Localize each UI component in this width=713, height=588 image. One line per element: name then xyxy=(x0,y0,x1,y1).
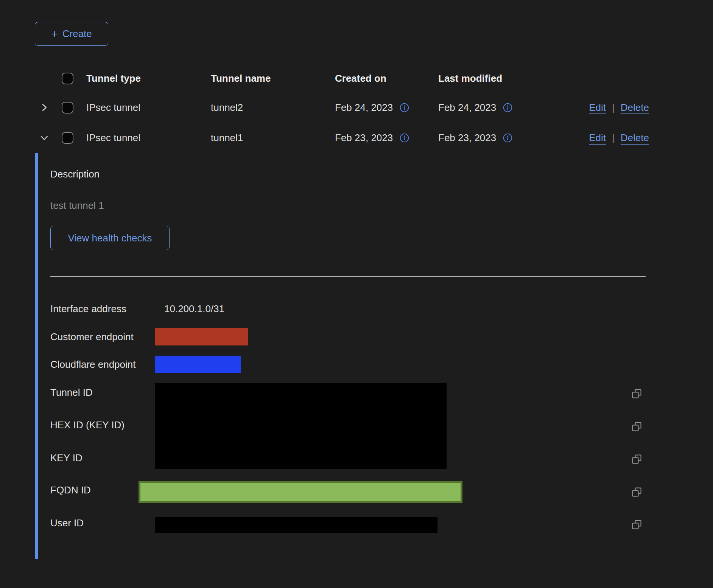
row1-expander-cell xyxy=(35,103,62,112)
row1-checkbox-cell xyxy=(62,102,86,114)
row1-modified-cell: Feb 24, 2023 xyxy=(438,102,557,114)
row1-actions-cell: Edit | Delete xyxy=(557,102,660,114)
row2-actions-cell: Edit | Delete xyxy=(557,132,660,144)
panel-divider xyxy=(50,276,646,277)
field-label-key-id: KEY ID xyxy=(50,452,83,464)
info-icon[interactable] xyxy=(503,103,512,112)
action-separator: | xyxy=(612,102,615,114)
row2-expander-cell xyxy=(35,133,62,143)
row2-checkbox[interactable] xyxy=(62,132,73,144)
row2-tunnel-name: tunnel1 xyxy=(211,132,335,144)
row2-created-cell: Feb 23, 2023 xyxy=(335,132,438,144)
view-health-checks-label: View health checks xyxy=(68,232,152,244)
panel-bottom-divider xyxy=(35,559,660,559)
cloudflare-endpoint-redaction xyxy=(155,356,241,373)
header-tunnel-name: Tunnel name xyxy=(211,73,335,84)
row2-tunnel-type: IPsec tunnel xyxy=(86,132,211,144)
description-value: test tunnel 1 xyxy=(50,199,104,212)
field-label-user-id: User ID xyxy=(50,517,84,529)
view-health-checks-button[interactable]: View health checks xyxy=(50,226,170,250)
copy-icon[interactable] xyxy=(632,454,642,464)
info-icon[interactable] xyxy=(400,133,409,143)
row2-created-date: Feb 23, 2023 xyxy=(335,132,393,144)
plus-icon: + xyxy=(51,28,58,40)
copy-icon[interactable] xyxy=(632,520,642,530)
field-label-cloudflare-endpoint: Cloudflare endpoint xyxy=(50,358,136,370)
create-button-label: Create xyxy=(62,28,92,40)
field-label-hex-id: HEX ID (KEY ID) xyxy=(50,419,125,431)
row1-checkbox[interactable] xyxy=(62,102,73,114)
row1-tunnel-type: IPsec tunnel xyxy=(86,102,211,114)
ids-redaction-block xyxy=(155,383,447,469)
user-id-redaction xyxy=(155,517,437,533)
fqdn-id-redaction xyxy=(139,481,462,503)
copy-icon[interactable] xyxy=(632,487,642,497)
customer-endpoint-redaction xyxy=(155,328,248,345)
edit-link[interactable]: Edit xyxy=(589,132,606,144)
header-last-modified: Last modified xyxy=(438,73,557,84)
table-header-row: Tunnel type Tunnel name Created on Last … xyxy=(35,64,660,93)
field-label-tunnel-id: Tunnel ID xyxy=(50,386,93,398)
create-button[interactable]: + Create xyxy=(35,22,108,46)
field-label-customer-endpoint: Customer endpoint xyxy=(50,331,134,343)
action-separator: | xyxy=(612,132,615,144)
expanded-panel-accent-bar xyxy=(35,153,38,559)
delete-link[interactable]: Delete xyxy=(621,102,649,114)
table-row: IPsec tunnel tunnel2 Feb 24, 2023 Feb 24… xyxy=(35,93,660,122)
field-value-interface-address: 10.200.1.0/31 xyxy=(164,303,224,315)
tunnels-page: { "colors": { "background": "#1d1d1d", "… xyxy=(0,0,713,588)
copy-icon[interactable] xyxy=(632,389,642,399)
row2-modified-date: Feb 23, 2023 xyxy=(438,132,496,144)
header-checkbox-cell xyxy=(62,73,86,84)
info-icon[interactable] xyxy=(400,103,409,112)
row1-created-date: Feb 24, 2023 xyxy=(335,102,393,114)
row1-tunnel-name: tunnel2 xyxy=(211,102,335,114)
chevron-right-icon[interactable] xyxy=(39,103,49,112)
select-all-checkbox[interactable] xyxy=(62,73,73,84)
chevron-down-icon[interactable] xyxy=(39,133,49,143)
field-label-interface-address: Interface address xyxy=(50,303,126,315)
field-label-fqdn-id: FQDN ID xyxy=(50,484,91,496)
row1-modified-date: Feb 24, 2023 xyxy=(438,102,496,114)
delete-link[interactable]: Delete xyxy=(621,132,649,144)
copy-icon[interactable] xyxy=(632,422,642,432)
table-row: IPsec tunnel tunnel1 Feb 23, 2023 Feb 23… xyxy=(35,122,660,153)
row2-modified-cell: Feb 23, 2023 xyxy=(438,132,557,144)
header-created-on: Created on xyxy=(335,73,438,84)
tunnels-table: Tunnel type Tunnel name Created on Last … xyxy=(35,64,660,153)
description-label: Description xyxy=(50,168,100,180)
info-icon[interactable] xyxy=(503,133,512,143)
row1-created-cell: Feb 24, 2023 xyxy=(335,102,438,114)
row2-checkbox-cell xyxy=(62,132,86,144)
edit-link[interactable]: Edit xyxy=(589,102,606,114)
header-tunnel-type: Tunnel type xyxy=(86,73,211,84)
